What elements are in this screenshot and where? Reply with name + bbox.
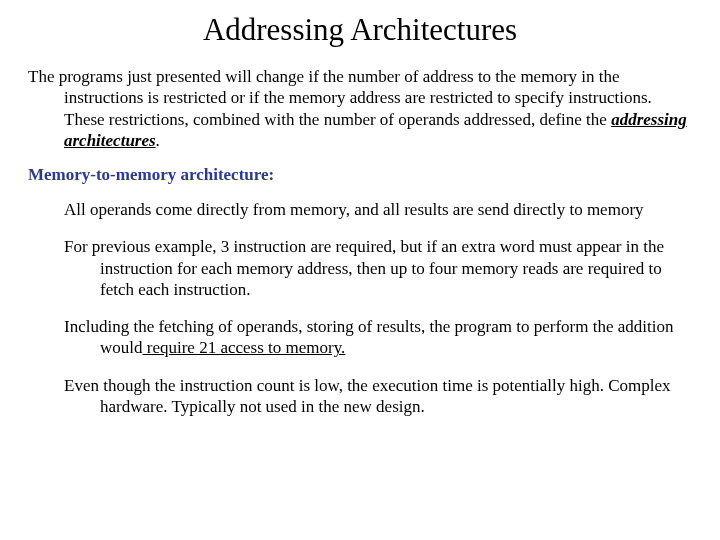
- intro-text-b: .: [156, 131, 160, 150]
- section-heading: Memory-to-memory architecture:: [28, 165, 692, 185]
- paragraph-3: Including the fetching of operands, stor…: [100, 316, 692, 359]
- intro-paragraph: The programs just presented will change …: [64, 66, 692, 151]
- paragraph-3-underline: require 21 access to memory.: [143, 338, 346, 357]
- slide: Addressing Architectures The programs ju…: [0, 0, 720, 417]
- paragraph-2: For previous example, 3 instruction are …: [100, 236, 692, 300]
- intro-text-a: The programs just presented will change …: [28, 67, 652, 129]
- slide-title: Addressing Architectures: [28, 12, 692, 48]
- paragraph-1: All operands come directly from memory, …: [100, 199, 692, 220]
- paragraph-4: Even though the instruction count is low…: [100, 375, 692, 418]
